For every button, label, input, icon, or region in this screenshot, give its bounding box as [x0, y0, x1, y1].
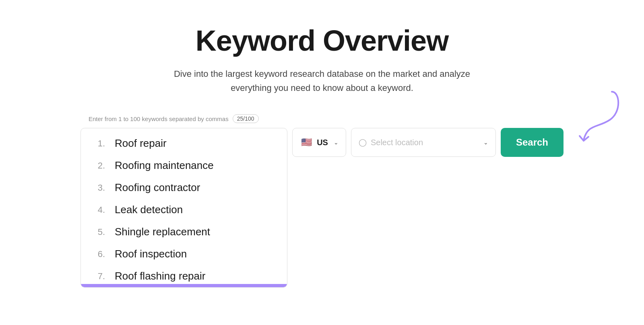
keyword-item-number: 3.: [91, 183, 105, 193]
chevron-down-icon: ⌄: [483, 139, 488, 146]
arrow-decoration: [576, 88, 620, 154]
keyword-item-text: Roofing contractor: [115, 181, 200, 194]
keyword-count-label: Enter from 1 to 100 keywords separated b…: [89, 114, 259, 123]
keyword-item-text: Roof inspection: [115, 248, 187, 260]
country-code-label: US: [317, 138, 328, 147]
keyword-item-number: 2.: [91, 160, 105, 171]
keyword-list-item: 1.Roof repair: [81, 132, 287, 154]
page-title: Keyword Overview: [196, 24, 448, 57]
keyword-list-item: 4.Leak detection: [81, 199, 287, 221]
keyword-item-text: Leak detection: [115, 204, 183, 216]
flag-icon: 🇺🇸: [300, 138, 313, 147]
keyword-item-text: Roofing maintenance: [115, 159, 214, 172]
keyword-list-item: 5.Shingle replacement: [81, 221, 287, 243]
chevron-down-icon: ⌄: [334, 139, 339, 146]
keyword-bottom-bar: [81, 284, 287, 287]
location-select[interactable]: ◯ Select location ⌄: [351, 128, 496, 157]
keyword-item-text: Roof flashing repair: [115, 270, 205, 282]
keyword-item-number: 4.: [91, 205, 105, 215]
keyword-item-number: 1.: [91, 138, 105, 149]
keyword-list-item: 3.Roofing contractor: [81, 177, 287, 199]
keyword-list-item: 2.Roofing maintenance: [81, 154, 287, 177]
search-button[interactable]: Search: [501, 128, 564, 157]
country-select[interactable]: 🇺🇸 US ⌄: [292, 128, 346, 157]
keyword-item-number: 6.: [91, 249, 105, 259]
location-placeholder: Select location: [371, 138, 478, 147]
keyword-list: 1.Roof repair2.Roofing maintenance3.Roof…: [81, 128, 287, 287]
keyword-list-item: 6.Roof inspection: [81, 243, 287, 265]
location-pin-icon: ◯: [359, 138, 367, 147]
keyword-item-number: 5.: [91, 227, 105, 237]
search-row: 1.Roof repair2.Roofing maintenance3.Roof…: [80, 128, 564, 288]
keyword-count-badge: 25/100: [233, 114, 259, 123]
keyword-item-text: Shingle replacement: [115, 226, 210, 238]
keyword-input-area[interactable]: 1.Roof repair2.Roofing maintenance3.Roof…: [80, 128, 287, 288]
page-subtitle: Dive into the largest keyword research d…: [165, 67, 479, 95]
keyword-item-text: Roof repair: [115, 137, 167, 150]
keyword-item-number: 7.: [91, 271, 105, 282]
